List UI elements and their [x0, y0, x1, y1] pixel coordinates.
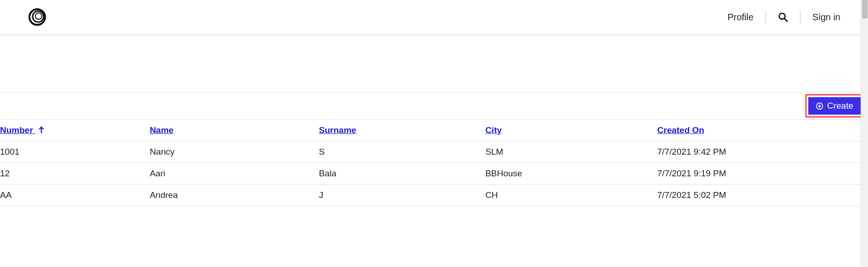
cell-created: 7/7/2021 5:02 PM	[657, 185, 868, 206]
search-icon	[778, 12, 788, 22]
col-header-created[interactable]: Created On	[657, 120, 868, 141]
topbar-right: Profile Sign in	[727, 11, 840, 23]
cell-number: 12	[0, 163, 150, 185]
cell-name: Andrea	[150, 185, 319, 206]
list-toolbar: Create	[0, 92, 868, 120]
search-button[interactable]	[778, 12, 788, 22]
cell-city: BBHouse	[485, 163, 657, 185]
divider	[800, 11, 800, 23]
signin-link[interactable]: Sign in	[812, 12, 840, 23]
vertical-scrollbar[interactable]	[861, 0, 868, 206]
cell-name: Nancy	[150, 141, 319, 163]
swirl-logo-icon	[28, 8, 46, 26]
table-row[interactable]: 12 Aari Bala BBHouse 7/7/2021 9:19 PM	[0, 163, 868, 185]
create-button[interactable]: Create	[808, 97, 861, 115]
table-row[interactable]: AA Andrea J CH 7/7/2021 5:02 PM	[0, 185, 868, 206]
svg-line-4	[784, 18, 787, 21]
scrollbar-thumb[interactable]	[862, 0, 868, 18]
create-button-label: Create	[827, 101, 853, 111]
profile-link[interactable]: Profile	[727, 12, 754, 23]
plus-circle-icon	[816, 102, 823, 110]
col-header-city[interactable]: City	[485, 120, 657, 141]
col-header-number[interactable]: Number	[0, 120, 150, 141]
cell-city: SLM	[485, 141, 657, 163]
app-logo	[28, 7, 47, 27]
cell-created: 7/7/2021 9:19 PM	[657, 163, 868, 185]
col-header-number-label: Number	[0, 125, 33, 135]
cell-city: CH	[485, 185, 657, 206]
cell-surname: Bala	[319, 163, 485, 185]
top-navbar: Profile Sign in	[0, 0, 868, 35]
divider	[766, 11, 766, 23]
table-row[interactable]: 1001 Nancy S SLM 7/7/2021 9:42 PM	[0, 141, 868, 163]
cell-surname: J	[319, 185, 485, 206]
spacer	[0, 35, 868, 92]
svg-point-2	[35, 13, 42, 19]
col-header-city-label: City	[485, 125, 502, 135]
col-header-name-label: Name	[150, 125, 174, 135]
create-highlight-box: Create	[806, 94, 863, 117]
col-header-name[interactable]: Name	[150, 120, 319, 141]
cell-number: AA	[0, 185, 150, 206]
cell-number: 1001	[0, 141, 150, 163]
col-header-surname[interactable]: Surname	[319, 120, 485, 141]
sort-asc-icon	[38, 125, 45, 135]
col-header-surname-label: Surname	[319, 125, 356, 135]
cell-name: Aari	[150, 163, 319, 185]
records-table: Number Name Surname City Created On	[0, 120, 868, 206]
cell-surname: S	[319, 141, 485, 163]
col-header-created-label: Created On	[657, 125, 704, 135]
cell-created: 7/7/2021 9:42 PM	[657, 141, 868, 163]
table-header-row: Number Name Surname City Created On	[0, 120, 868, 141]
